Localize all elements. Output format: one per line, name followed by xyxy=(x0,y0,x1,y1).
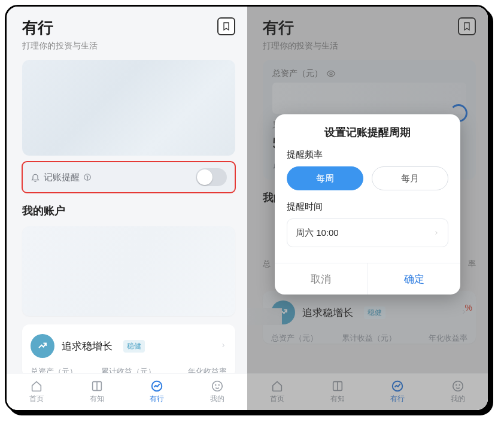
tab-home-label: 首页 xyxy=(270,394,284,404)
chevron-right-icon xyxy=(433,230,439,236)
screenshot-left: 有行 打理你的投资与生活 记账提醒 我的账户 xyxy=(7,7,247,410)
tab-youzhi-label: 有知 xyxy=(90,394,104,404)
tab-youxing-label: 有行 xyxy=(390,394,405,404)
book-icon xyxy=(90,380,104,393)
svg-point-10 xyxy=(453,381,463,391)
reminder-cycle-modal: 设置记账提醒周期 提醒频率 每周 每月 提醒时间 周六 10:00 取消 确定 xyxy=(275,114,460,295)
tab-mine[interactable]: 我的 xyxy=(187,374,248,410)
svg-point-5 xyxy=(215,385,216,385)
freq-label: 提醒频率 xyxy=(287,149,448,160)
blur-strip xyxy=(247,308,282,325)
app-title: 有行 xyxy=(22,17,98,38)
modal-title: 设置记账提醒周期 xyxy=(275,114,460,145)
bookmark-icon xyxy=(462,22,472,31)
account-badge: 稳健 xyxy=(364,306,385,319)
chevron-right-icon xyxy=(220,341,227,351)
assets-amount-hidden xyxy=(272,83,466,114)
cancel-button[interactable]: 取消 xyxy=(275,263,368,295)
bookmark-button[interactable] xyxy=(217,17,235,35)
tab-mine[interactable]: 我的 xyxy=(428,374,488,410)
time-picker-row[interactable]: 周六 10:00 xyxy=(287,218,448,247)
face-icon xyxy=(451,380,464,393)
reminder-toggle[interactable] xyxy=(196,168,227,186)
bell-icon xyxy=(31,172,40,182)
svg-point-4 xyxy=(212,381,223,391)
tab-mine-label: 我的 xyxy=(210,394,224,404)
tab-youzhi[interactable]: 有知 xyxy=(308,374,368,410)
eye-icon[interactable] xyxy=(326,69,336,78)
account-title: 追求稳增长 xyxy=(62,339,113,353)
help-icon[interactable] xyxy=(83,173,92,181)
stat-total-assets: 总资产（元） xyxy=(271,333,336,344)
account-badge: 稳健 xyxy=(123,340,145,353)
home-icon xyxy=(30,380,43,393)
reminder-label: 记账提醒 xyxy=(44,172,80,183)
account-card[interactable]: 追求稳增长 稳健 总资产（元） 累计收益（元） 年化收益率 xyxy=(263,291,476,344)
section-my-accounts: 我的账户 xyxy=(22,204,235,218)
tab-home-label: 首页 xyxy=(29,394,44,404)
tab-mine-label: 我的 xyxy=(451,394,465,404)
tab-home[interactable]: 首页 xyxy=(7,374,67,410)
trend-icon xyxy=(391,380,404,393)
hero-placeholder xyxy=(22,60,235,156)
book-icon xyxy=(331,380,344,393)
time-label: 提醒时间 xyxy=(287,201,448,212)
account-placeholder-card xyxy=(22,226,235,316)
assets-label: 总资产（元） xyxy=(272,68,323,79)
growth-icon xyxy=(31,334,54,358)
freq-weekly-chip[interactable]: 每周 xyxy=(287,166,363,190)
freq-monthly-chip[interactable]: 每月 xyxy=(372,166,448,190)
tab-youxing[interactable]: 有行 xyxy=(368,374,428,410)
face-icon xyxy=(211,380,224,393)
tab-youxing[interactable]: 有行 xyxy=(127,374,187,410)
svg-point-7 xyxy=(330,72,332,75)
tab-bar: 首页 有知 有行 我的 xyxy=(247,373,488,410)
trend-icon xyxy=(150,380,163,393)
stat-cum-return: 累计收益（元） xyxy=(336,333,402,344)
bookmark-icon xyxy=(221,22,231,31)
svg-point-1 xyxy=(87,178,88,179)
time-value: 周六 10:00 xyxy=(296,227,339,239)
tab-home[interactable]: 首页 xyxy=(247,374,308,410)
tab-youzhi-label: 有知 xyxy=(330,394,345,404)
account-card[interactable]: 追求稳增长 稳健 总资产（元） 累计收益（元） 年化收益率 xyxy=(22,324,235,377)
app-title: 有行 xyxy=(263,17,338,38)
home-icon xyxy=(271,380,284,393)
app-subtitle: 打理你的投资与生活 xyxy=(22,41,98,51)
tab-youzhi[interactable]: 有知 xyxy=(67,374,127,410)
stat-annualized: 年化收益率 xyxy=(402,333,467,344)
confirm-button[interactable]: 确定 xyxy=(368,263,461,295)
svg-point-6 xyxy=(218,385,219,385)
svg-point-11 xyxy=(456,385,457,385)
tab-youxing-label: 有行 xyxy=(150,394,164,404)
account-title: 追求稳增长 xyxy=(302,306,353,320)
svg-point-12 xyxy=(459,385,460,385)
screenshot-right: 有行 打理你的投资与生活 总资产（元） 累 5 xyxy=(247,7,488,410)
tab-bar: 首页 有知 有行 我的 xyxy=(7,373,247,410)
bookmark-button[interactable] xyxy=(458,17,476,35)
accounting-reminder-row[interactable]: 记账提醒 xyxy=(22,162,235,193)
red-percent: % xyxy=(465,303,472,312)
app-subtitle: 打理你的投资与生活 xyxy=(263,41,338,51)
